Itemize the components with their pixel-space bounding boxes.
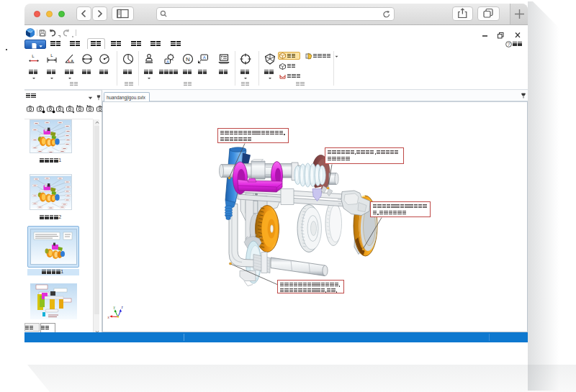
svg-text:?: ? (508, 42, 510, 47)
svg-text:A: A (203, 55, 206, 60)
svg-text:x: x (108, 316, 110, 319)
svg-text:L: L (50, 53, 53, 58)
svg-text:y: y (114, 306, 116, 309)
svg-text:N: N (186, 56, 190, 63)
svg-text:L: L (32, 54, 35, 58)
svg-text:z: z (122, 305, 124, 309)
svg-text:a: a (71, 58, 74, 63)
svg-text:A: A (166, 60, 169, 64)
